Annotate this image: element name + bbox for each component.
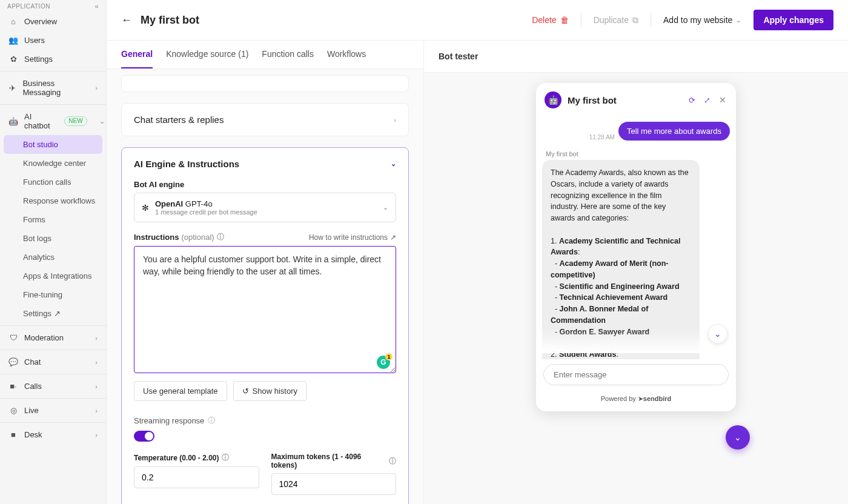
add-to-website-button[interactable]: Add to my website⌄: [663, 15, 741, 25]
separator: [651, 13, 651, 27]
card-stub-top: [121, 75, 409, 92]
bot-sender-label: My first bot: [546, 150, 730, 158]
chevron-down-icon: ⌄: [99, 118, 105, 125]
sidebar-item-label: Analytics: [23, 253, 55, 262]
users-icon: 👥: [8, 36, 18, 45]
sidebar: APPLICATION « ⌂Overview 👥Users ✿Settings…: [0, 0, 107, 504]
refresh-icon[interactable]: ⟳: [687, 94, 697, 106]
duplicate-label: Duplicate: [594, 15, 629, 25]
back-icon[interactable]: ←: [121, 14, 132, 27]
chevron-right-icon: ›: [95, 84, 98, 91]
bot-tester-header: Bot tester: [424, 41, 848, 73]
how-to-write-label: How to write instructions: [309, 233, 388, 242]
openai-icon: ✻: [142, 203, 149, 213]
tab-general[interactable]: General: [121, 41, 153, 68]
instructions-textarea[interactable]: [134, 246, 396, 373]
apply-changes-button[interactable]: Apply changes: [754, 10, 833, 30]
sidebar-item-settings-ext[interactable]: Settings ↗: [0, 304, 106, 323]
page-title: My first bot: [141, 14, 199, 27]
instructions-label: Instructions: [134, 233, 179, 242]
sidebar-item-forms[interactable]: Forms: [0, 210, 106, 229]
sidebar-item-settings[interactable]: ✿Settings: [0, 50, 106, 68]
sidebar-item-calls[interactable]: ■·Calls›: [0, 377, 106, 396]
bot-message: The Academy Awards, also known as the Os…: [542, 160, 700, 359]
sidebar-item-users[interactable]: 👥Users: [0, 31, 106, 50]
sidebar-item-label: Apps & Integrations: [23, 271, 91, 280]
send-icon: ✈: [8, 84, 16, 93]
sidebar-item-label: Response workflows: [23, 196, 95, 205]
chat-body[interactable]: 11:28 AM Tell me more about awards My fi…: [536, 117, 736, 359]
info-icon[interactable]: ⓘ: [208, 416, 215, 426]
sidebar-item-overview[interactable]: ⌂Overview: [0, 12, 106, 31]
engine-select[interactable]: ✻ OpenAI GPT-4o 1 message credit per bot…: [134, 193, 396, 222]
chevron-right-icon: ›: [394, 116, 396, 124]
chevron-down-icon: ⌄: [383, 204, 388, 211]
bot-name-title: My first bot: [568, 95, 681, 105]
info-icon[interactable]: ⓘ: [217, 232, 224, 242]
scroll-down-button[interactable]: ⌄: [708, 324, 727, 343]
bot-avatar: 🤖: [545, 91, 561, 108]
engine-model: GPT-4o: [185, 199, 213, 208]
card-ai-engine-header[interactable]: AI Engine & Instructions ⌄: [122, 148, 408, 180]
sidebar-item-moderation[interactable]: 🛡Moderation›: [0, 328, 106, 347]
sidebar-item-bot-studio[interactable]: Bot studio: [4, 135, 102, 154]
bot-icon: 🤖: [8, 117, 18, 126]
temperature-input[interactable]: [134, 466, 259, 488]
info-icon[interactable]: ⓘ: [389, 456, 396, 466]
grammarly-icon[interactable]: G1: [377, 356, 390, 369]
user-message: Tell me more about awards: [618, 122, 730, 141]
engine-brand: OpenAI: [155, 199, 183, 208]
sidebar-item-label: Bot logs: [23, 234, 51, 243]
sidebar-header: APPLICATION «: [0, 0, 106, 12]
sidebar-item-business-messaging[interactable]: ✈Business Messaging›: [0, 74, 106, 102]
sidebar-item-label: Settings ↗: [23, 309, 61, 318]
expand-icon[interactable]: ⤢: [703, 94, 712, 106]
tab-knowledge-source[interactable]: Knowledge source (1): [166, 41, 248, 68]
sidebar-item-knowledge-center[interactable]: Knowledge center: [0, 154, 106, 173]
sidebar-item-label: Business Messaging: [22, 79, 83, 97]
sidebar-item-label: Bot studio: [23, 140, 58, 149]
sidebar-item-live[interactable]: ◎Live›: [0, 401, 106, 420]
card-chat-starters[interactable]: Chat starters & replies ›: [121, 103, 409, 136]
sidebar-item-desk[interactable]: ■Desk›: [0, 425, 106, 444]
info-icon[interactable]: ⓘ: [222, 453, 229, 463]
home-icon: ⌂: [8, 17, 18, 26]
how-to-write-link[interactable]: How to write instructions ↗: [309, 233, 396, 242]
sidebar-item-response-workflows[interactable]: Response workflows: [0, 191, 106, 210]
max-tokens-input[interactable]: [271, 473, 397, 495]
streaming-label: Streaming response: [134, 416, 204, 425]
max-tokens-label: Maximum tokens (1 - 4096 tokens): [271, 453, 387, 469]
collapse-sidebar-icon[interactable]: «: [94, 2, 99, 10]
duplicate-button[interactable]: Duplicate⧉: [594, 15, 638, 25]
chat-input[interactable]: [543, 364, 729, 385]
sidebar-item-fine-tuning[interactable]: Fine-tuning: [0, 285, 106, 304]
use-general-template-button[interactable]: Use general template: [134, 381, 227, 401]
tab-function-calls[interactable]: Function calls: [262, 41, 314, 68]
message-timestamp: 11:28 AM: [589, 134, 615, 141]
tab-workflows[interactable]: Workflows: [327, 41, 366, 68]
sidebar-item-label: AI chatbot: [24, 112, 50, 130]
grammarly-badge: 1: [385, 353, 393, 360]
sidebar-item-label: Users: [24, 36, 45, 45]
sidebar-item-ai-chatbot[interactable]: 🤖AI chatbot NEW⌄: [0, 107, 106, 135]
powered-brand: sendbird: [643, 395, 671, 402]
gear-icon: ✿: [8, 55, 18, 64]
show-history-button[interactable]: ↺Show history: [233, 381, 306, 401]
sidebar-item-analytics[interactable]: Analytics: [0, 248, 106, 267]
sidebar-item-label: Forms: [23, 215, 45, 224]
streaming-toggle[interactable]: [134, 431, 154, 442]
delete-button[interactable]: Delete🗑: [532, 15, 568, 25]
powered-prefix: Powered by: [601, 395, 638, 402]
chevron-right-icon: ›: [95, 359, 98, 366]
sidebar-item-bot-logs[interactable]: Bot logs: [0, 229, 106, 248]
add-website-label: Add to my website: [663, 15, 732, 25]
instructions-optional: (optional): [181, 233, 214, 242]
chevron-down-icon: ⌄: [391, 160, 396, 168]
sidebar-item-apps-integrations[interactable]: Apps & Integrations: [0, 267, 106, 285]
collapse-tester-fab[interactable]: ⌄: [726, 425, 750, 449]
close-icon[interactable]: ✕: [718, 94, 727, 106]
sidebar-item-label: Settings: [24, 55, 53, 64]
sidebar-item-chat[interactable]: 💬Chat›: [0, 353, 106, 371]
shield-icon: 🛡: [8, 333, 18, 342]
sidebar-item-function-calls[interactable]: Function calls: [0, 173, 106, 191]
